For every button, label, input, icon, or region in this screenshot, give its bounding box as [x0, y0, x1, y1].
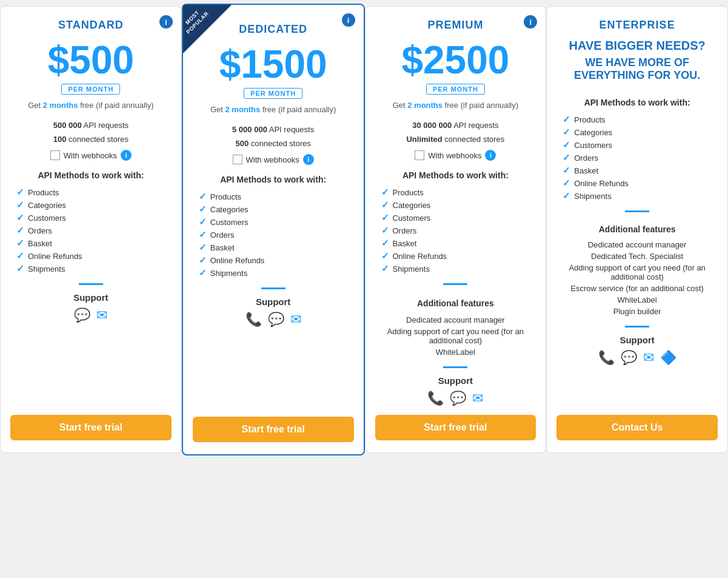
enterprise-support-title: Support	[619, 335, 655, 345]
enterprise-contact-button[interactable]: Contact Us	[556, 415, 718, 440]
premium-api-list: ✓ Products ✓ Categories ✓ Customers ✓ Or…	[375, 185, 536, 276]
list-item: ✓ Products	[563, 114, 718, 125]
check-icon: ✓	[16, 225, 24, 236]
standard-period: PER MONTH	[61, 84, 120, 95]
most-popular-text: MOSTPOPULAR	[183, 5, 212, 38]
list-item: ✓ Shipments	[381, 263, 536, 274]
email-icon: ✉	[643, 350, 654, 366]
list-item: ✓ Products	[199, 191, 354, 202]
premium-trial-button[interactable]: Start free trial	[375, 415, 536, 440]
premium-webhook-checkbox[interactable]	[415, 150, 424, 160]
standard-trial-button[interactable]: Start free trial	[10, 415, 172, 440]
standard-divider	[79, 283, 103, 285]
standard-stores: 100 connected stores	[10, 135, 172, 144]
enterprise-header1: HAVE BIGGER NEEDS?	[569, 39, 706, 53]
enterprise-api-list: ✓ Products ✓ Categories ✓ Customers ✓ Or…	[556, 112, 718, 203]
dedicated-divider	[261, 287, 286, 289]
check-icon: ✓	[381, 238, 389, 249]
check-icon: ✓	[199, 242, 207, 253]
premium-divider1	[443, 283, 467, 285]
list-item: ✓ Orders	[381, 225, 536, 236]
check-icon: ✓	[16, 187, 24, 198]
premium-info-icon[interactable]: i	[524, 15, 537, 29]
pricing-container: STANDARD i $500 PER MONTH Get 2 months f…	[0, 6, 728, 453]
check-icon: ✓	[16, 238, 24, 249]
check-icon: ✓	[199, 229, 207, 240]
list-item: Adding support of cart you need (for an …	[556, 263, 718, 281]
list-item: ✓ Customers	[199, 217, 354, 227]
standard-api-methods-title: API Methods to work with:	[10, 170, 172, 180]
list-item: ✓ Categories	[16, 200, 172, 210]
premium-plan: PREMIUM i $2500 PER MONTH Get 2 months f…	[365, 6, 547, 453]
check-icon: ✓	[16, 200, 24, 210]
standard-api-list: ✓ Products ✓ Categories ✓ Customers ✓ Or…	[10, 185, 172, 276]
list-item: WhiteLabel	[375, 348, 536, 357]
check-icon: ✓	[563, 139, 570, 150]
list-item: Dedicated account manager	[556, 240, 718, 249]
list-item: ✓ Online Refunds	[199, 255, 354, 266]
list-item: ✓ Categories	[563, 127, 718, 138]
dedicated-api-requests: 5 000 000 API requests	[193, 125, 354, 134]
dedicated-price: $1500	[219, 43, 327, 86]
check-icon: ✓	[563, 190, 570, 201]
premium-support-icons: 📞 💬 ✉	[427, 391, 483, 406]
dedicated-api-list: ✓ Products ✓ Categories ✓ Customers ✓ Or…	[193, 189, 354, 280]
email-icon: ✉	[290, 312, 301, 328]
list-item: ✓ Products	[16, 187, 172, 198]
list-item: ✓ Orders	[16, 225, 172, 236]
list-item: Dedicated account manager	[375, 315, 536, 324]
standard-webhook-checkbox[interactable]	[50, 150, 60, 160]
standard-api-requests: 500 000 API requests	[10, 121, 172, 130]
standard-months: 2 months	[43, 101, 78, 110]
dedicated-webhook-checkbox[interactable]	[233, 155, 242, 164]
list-item: ✓ Shipments	[563, 190, 718, 201]
check-icon: ✓	[563, 178, 570, 189]
dedicated-support-title: Support	[256, 297, 291, 307]
premium-annual: Get 2 months free (if paid annually)	[393, 101, 518, 110]
list-item: ✓ Categories	[381, 200, 536, 210]
check-icon: ✓	[563, 165, 570, 176]
check-icon: ✓	[381, 225, 389, 236]
standard-info-icon[interactable]: i	[159, 15, 173, 29]
check-icon: ✓	[563, 127, 570, 138]
dedicated-annual: Get 2 months free (if paid annually)	[210, 105, 336, 114]
phone-icon: 📞	[427, 391, 444, 406]
list-item: ✓ Customers	[16, 212, 172, 223]
email-icon: ✉	[472, 391, 483, 406]
premium-divider2	[443, 366, 467, 368]
list-item: ✓ Orders	[563, 152, 718, 163]
dedicated-trial-button[interactable]: Start free trial	[193, 417, 354, 442]
dedicated-webhook-info[interactable]: i	[303, 154, 314, 165]
premium-webhook-info[interactable]: i	[485, 150, 496, 161]
list-item: ✓ Basket	[16, 238, 172, 249]
premium-webhook-label: With webhooks	[428, 151, 481, 160]
most-popular-badge: MOSTPOPULAR	[183, 5, 232, 53]
list-item: ✓ Shipments	[16, 263, 172, 274]
chat-icon: 💬	[621, 350, 637, 366]
list-item: ✓ Basket	[199, 242, 354, 253]
dedicated-info-icon[interactable]: i	[342, 13, 355, 27]
standard-webhook-info[interactable]: i	[121, 150, 132, 161]
chat-icon: 💬	[74, 307, 90, 323]
dedicated-stores: 500 connected stores	[193, 139, 354, 148]
standard-webhooks: With webhooks i	[50, 150, 132, 161]
premium-webhooks: With webhooks i	[415, 150, 496, 161]
list-item: ✓ Online Refunds	[381, 250, 536, 261]
premium-additional-title: Additional features	[375, 298, 536, 308]
email-icon: ✉	[96, 307, 107, 323]
dedicated-months: 2 months	[225, 105, 261, 114]
enterprise-additional-title: Additional features	[556, 224, 718, 234]
enterprise-plan: ENTERPRISE HAVE BIGGER NEEDS? WE HAVE MO…	[546, 6, 728, 453]
list-item: Escrow service (for an additional cost)	[556, 284, 718, 293]
phone-icon: 📞	[598, 350, 615, 366]
list-item: ✓ Orders	[199, 229, 354, 240]
check-icon: ✓	[563, 152, 570, 163]
chat-icon: 💬	[450, 391, 466, 406]
standard-support-icons: 💬 ✉	[74, 307, 107, 323]
slack-icon: 🔷	[660, 350, 676, 366]
enterprise-additional-list: Dedicated account manager Dedicated Tech…	[556, 238, 718, 318]
check-icon: ✓	[381, 200, 389, 210]
dedicated-api-methods-title: API Methods to work with:	[193, 175, 354, 184]
list-item: ✓ Customers	[563, 139, 718, 150]
list-item: ✓ Products	[381, 187, 536, 198]
